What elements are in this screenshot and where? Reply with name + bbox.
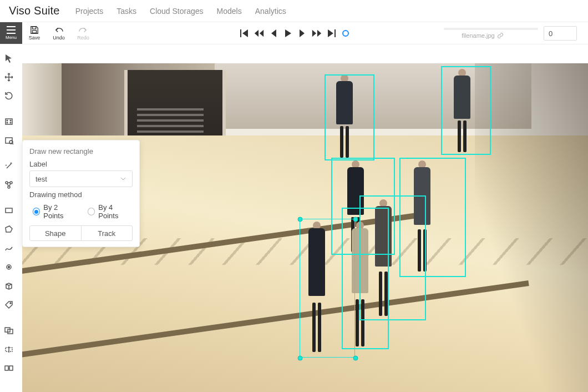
- panel-title: Draw new rectangle: [29, 147, 133, 155]
- label-value: test: [36, 175, 47, 183]
- frame-number-input[interactable]: 0: [544, 26, 577, 41]
- polygon-icon: [4, 224, 14, 234]
- svg-rect-1: [7, 29, 16, 31]
- svg-point-18: [7, 120, 8, 121]
- svg-marker-8: [260, 30, 263, 37]
- chevron-left-icon: [268, 28, 279, 38]
- radio-by4-label: By 4 Points: [98, 203, 133, 220]
- person-figure: [305, 222, 328, 352]
- radio-by-4-points[interactable]: By 4 Points: [88, 203, 133, 220]
- go-first-button[interactable]: [239, 28, 250, 38]
- points-tool[interactable]: [0, 258, 18, 277]
- step-back-button[interactable]: [268, 28, 279, 38]
- cursor-tool[interactable]: [0, 49, 18, 68]
- undo-button[interactable]: Undo: [47, 26, 71, 41]
- person-figure: [450, 69, 474, 152]
- rectangle-icon: [4, 205, 14, 215]
- nav-analytics[interactable]: Analytics: [255, 7, 286, 16]
- play-icon: [282, 28, 293, 38]
- svg-rect-29: [6, 208, 12, 213]
- svg-point-27: [10, 182, 12, 184]
- loop-indicator[interactable]: [342, 30, 349, 37]
- cuboid-tool[interactable]: [0, 277, 18, 295]
- top-nav: Viso Suite Projects Tasks Cloud Storages…: [0, 0, 588, 22]
- merge-tool[interactable]: [0, 359, 18, 378]
- draw-mode-buttons: Shape Track: [29, 225, 133, 241]
- nav-projects[interactable]: Projects: [75, 7, 104, 16]
- tag-tool[interactable]: [0, 295, 18, 314]
- file-actions: Save Undo Redo: [22, 22, 95, 44]
- redo-icon: [78, 26, 88, 34]
- fast-fwd-icon: [311, 28, 322, 38]
- svg-marker-7: [255, 30, 258, 37]
- radio-by-2-points[interactable]: By 2 Points: [33, 203, 78, 220]
- rotate-tool[interactable]: [0, 87, 18, 105]
- redo-button[interactable]: Redo: [71, 26, 95, 41]
- radio-by2-label: By 2 Points: [43, 203, 78, 220]
- undo-label: Undo: [53, 35, 65, 41]
- move-tool[interactable]: [0, 68, 18, 87]
- cursor-icon: [4, 53, 14, 63]
- magic-tool[interactable]: [0, 157, 18, 175]
- svg-rect-3: [32, 27, 36, 29]
- svg-marker-10: [285, 29, 291, 37]
- link-icon[interactable]: [497, 32, 504, 39]
- svg-point-28: [8, 186, 10, 188]
- filename-text: filename.jpg: [462, 32, 494, 39]
- nav-links: Projects Tasks Cloud Storages Models Ana…: [75, 7, 286, 16]
- tag-icon: [4, 300, 14, 310]
- undo-icon: [54, 26, 64, 34]
- polyline-icon: [4, 243, 14, 253]
- svg-point-33: [10, 303, 11, 304]
- nav-models[interactable]: Models: [217, 7, 242, 16]
- save-button[interactable]: Save: [22, 26, 47, 41]
- polygon-tool[interactable]: [0, 220, 18, 239]
- skip-first-icon: [239, 28, 250, 38]
- action-toolbar: Menu Save Undo Redo filename.jpg: [0, 22, 588, 44]
- frame-player: [239, 22, 349, 44]
- split-tool[interactable]: [0, 340, 18, 359]
- polyline-tool[interactable]: [0, 239, 18, 258]
- redo-label: Redo: [77, 35, 89, 41]
- go-last-button[interactable]: [326, 28, 337, 38]
- svg-rect-17: [6, 119, 12, 124]
- svg-marker-6: [242, 29, 248, 37]
- svg-rect-4: [32, 31, 36, 33]
- rectangle-tool[interactable]: [0, 201, 18, 220]
- point-icon: [4, 262, 14, 272]
- svg-rect-15: [334, 29, 336, 37]
- svg-point-21: [10, 122, 11, 123]
- fast-fwd-button[interactable]: [311, 28, 322, 38]
- svg-point-32: [8, 267, 10, 268]
- svg-marker-13: [317, 30, 321, 37]
- openvino-tool[interactable]: [0, 175, 18, 194]
- svg-line-24: [12, 143, 13, 144]
- nav-tasks[interactable]: Tasks: [116, 7, 136, 16]
- person-figure: [410, 160, 434, 272]
- label-select[interactable]: test: [29, 170, 133, 187]
- person-figure: [333, 74, 356, 158]
- group-icon: [4, 325, 14, 335]
- tool-sidebar: [0, 44, 18, 392]
- fast-back-button[interactable]: [254, 28, 265, 38]
- workspace: Draw new rectangle Label test Drawing me…: [0, 44, 588, 392]
- draw-rectangle-panel: Draw new rectangle Label test Drawing me…: [22, 140, 140, 247]
- svg-marker-11: [300, 29, 305, 37]
- frame-slider[interactable]: [444, 28, 538, 30]
- menu-button[interactable]: Menu: [0, 22, 22, 44]
- drawing-method-radios: By 2 Points By 4 Points: [33, 203, 133, 220]
- track-button[interactable]: Track: [82, 225, 133, 241]
- move-icon: [4, 72, 14, 82]
- group-tool[interactable]: [0, 321, 18, 340]
- step-fwd-button[interactable]: [297, 28, 308, 38]
- chevron-right-icon: [297, 28, 308, 38]
- svg-rect-5: [240, 29, 241, 37]
- play-button[interactable]: [282, 28, 293, 38]
- shape-button[interactable]: Shape: [29, 225, 82, 241]
- nav-cloud-storages[interactable]: Cloud Storages: [150, 7, 204, 16]
- hamburger-icon: [7, 26, 16, 34]
- fit-tool[interactable]: [0, 112, 18, 131]
- svg-rect-2: [7, 33, 16, 34]
- svg-marker-30: [6, 226, 12, 232]
- region-tool[interactable]: [0, 131, 18, 150]
